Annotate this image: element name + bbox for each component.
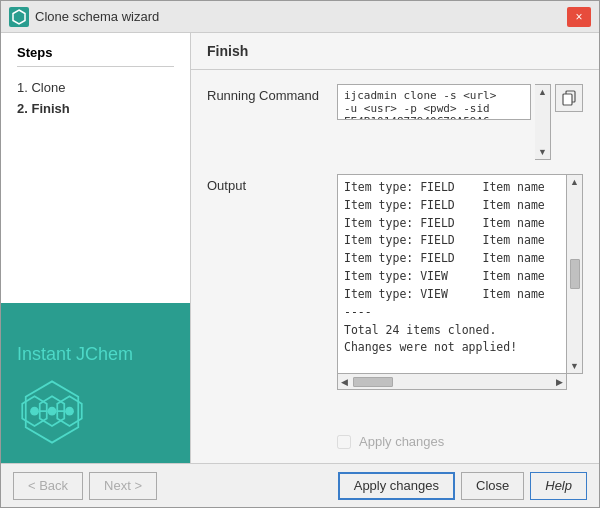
right-panel: Finish Running Command ijcadmin clone -s… [191, 33, 599, 463]
output-line: Item type: FIELD Item name [344, 250, 560, 268]
right-panel-header: Finish [191, 33, 599, 70]
copy-button[interactable] [555, 84, 583, 112]
output-row: Output Item type: FIELD Item name Item t… [207, 174, 583, 420]
next-button[interactable]: Next > [89, 472, 157, 500]
output-lines: Item type: FIELD Item name Item type: FI… [344, 179, 560, 357]
right-panel-title: Finish [207, 43, 583, 59]
apply-changes-checkbox-label: Apply changes [359, 434, 444, 449]
close-window-button[interactable]: × [567, 7, 591, 27]
output-line: Item type: VIEW Item name [344, 268, 560, 286]
output-line: Item type: FIELD Item name [344, 215, 560, 233]
command-textbox[interactable]: ijcadmin clone -s <url> -u <usr> -p <pwd… [338, 85, 530, 119]
close-button[interactable]: Close [461, 472, 524, 500]
step-item-finish: 2. Finish [17, 98, 174, 119]
app-icon [9, 7, 29, 27]
right-panel-body: Running Command ijcadmin clone -s <url> … [191, 70, 599, 463]
title-bar-title: Clone schema wizard [35, 9, 159, 24]
output-label: Output [207, 174, 327, 193]
sidebar-steps: Steps 1. Clone 2. Finish [1, 33, 190, 303]
h-scroll-left[interactable]: ◀ [338, 377, 351, 387]
scroll-up-arrow[interactable]: ▲ [538, 87, 547, 97]
running-command-label: Running Command [207, 84, 327, 103]
footer-left: < Back Next > [13, 472, 157, 500]
scroll-down-arrow[interactable]: ▼ [538, 147, 547, 157]
output-scroll-up[interactable]: ▲ [570, 177, 579, 187]
apply-changes-checkbox-row: Apply changes [207, 434, 583, 449]
title-bar: Clone schema wizard × [1, 1, 599, 33]
command-container: ijcadmin clone -s <url> -u <usr> -p <pwd… [337, 84, 583, 160]
title-bar-left: Clone schema wizard [9, 7, 159, 27]
output-line: Item type: FIELD Item name [344, 179, 560, 197]
output-line: ---- [344, 304, 560, 322]
footer-right: Apply changes Close Help [338, 472, 587, 500]
svg-marker-0 [13, 10, 25, 24]
footer: < Back Next > Apply changes Close Help [1, 463, 599, 507]
sidebar: Steps 1. Clone 2. Finish Instant JChem [1, 33, 191, 463]
steps-heading: Steps [17, 45, 174, 67]
output-textbox: Item type: FIELD Item name Item type: FI… [337, 174, 567, 374]
step-item-clone: 1. Clone [17, 77, 174, 98]
output-scroll-down[interactable]: ▼ [570, 361, 579, 371]
output-line: Changes were not applied! [344, 339, 560, 357]
back-button[interactable]: < Back [13, 472, 83, 500]
brand-logo [17, 377, 87, 447]
svg-rect-11 [563, 94, 572, 105]
output-line: Item type: FIELD Item name [344, 197, 560, 215]
sidebar-brand: Instant JChem [1, 303, 190, 463]
apply-changes-button[interactable]: Apply changes [338, 472, 455, 500]
output-line: Item type: FIELD Item name [344, 232, 560, 250]
running-command-row: Running Command ijcadmin clone -s <url> … [207, 84, 583, 160]
output-line: Total 24 items cloned. [344, 322, 560, 340]
apply-changes-checkbox[interactable] [337, 435, 351, 449]
svg-point-5 [48, 407, 57, 416]
h-scroll-right[interactable]: ▶ [553, 377, 566, 387]
svg-point-7 [65, 407, 74, 416]
main-content: Steps 1. Clone 2. Finish Instant JChem [1, 33, 599, 463]
brand-name: Instant JChem [17, 344, 133, 365]
svg-point-6 [30, 407, 39, 416]
help-button[interactable]: Help [530, 472, 587, 500]
output-line: Item type: VIEW Item name [344, 286, 560, 304]
